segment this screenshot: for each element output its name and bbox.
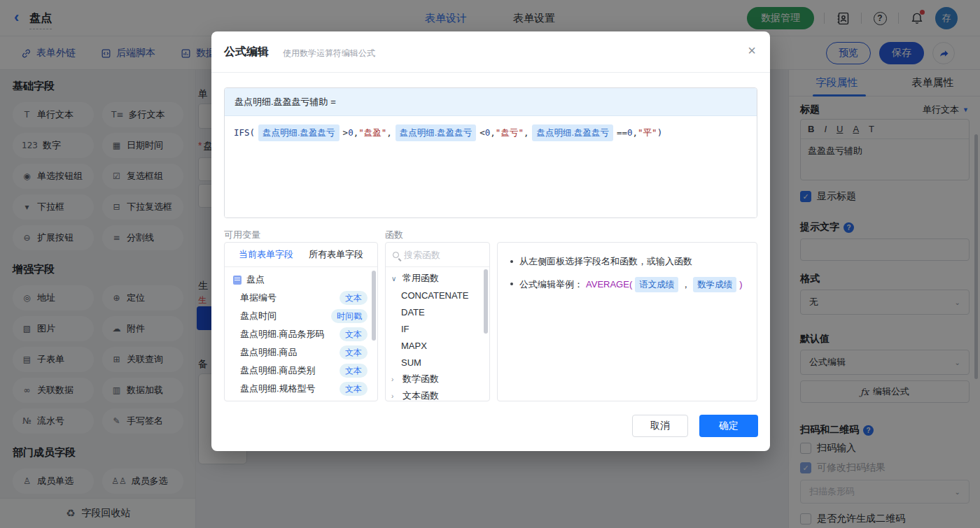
chevron-right-icon: › [391,392,399,400]
functions-label: 函数 [385,229,403,241]
formula-token-op: , [354,125,359,141]
function-group[interactable]: ∨常用函数 [386,270,489,287]
formula-token-str: "盘亏" [496,125,524,141]
variable-type-badge: 时间戳 [331,309,368,323]
formula-token-num: 0 [627,125,633,141]
formula-token-fn: IFS( [234,125,255,141]
tab-all-form-fields[interactable]: 所有表单字段 [309,248,363,261]
example-function: AVERAGE( [586,278,632,292]
formula-input-area[interactable]: IFS(盘点明细.盘盈盘亏>0,"盘盈",盘点明细.盘盈盘亏<0,"盘亏",盘点… [225,116,757,218]
modal-subtitle: 使用数学运算符编辑公式 [283,48,375,59]
function-item[interactable]: DATE [386,304,489,320]
formula-edit-modal: 公式编辑 使用数学运算符编辑公式 × 盘点明细.盘盈盘亏辅助 = IFS(盘点明… [211,31,770,451]
variable-item[interactable]: 盘点明细.商品类别文本 [225,362,377,380]
search-icon [393,252,399,258]
cancel-button[interactable]: 取消 [632,415,688,437]
formula-token-op: > [343,125,349,141]
variables-scrollbar[interactable] [372,271,376,341]
variable-item[interactable]: 盘点明细.商品条形码文本 [225,325,377,343]
formula-token-op: == [617,125,627,141]
variable-item[interactable]: 单据编号文本 [225,289,377,307]
variable-type-badge: 文本 [340,291,368,305]
functions-scrollbar[interactable] [484,269,488,334]
help-bullet-2: 公式编辑举例：AVERAGE( 语文成绩 ， 数学成绩 ) [510,277,744,292]
formula-token-op: < [479,125,485,141]
tab-current-form-fields[interactable]: 当前表单字段 [239,248,293,261]
chevron-down-icon: ∨ [391,275,399,283]
variable-type-badge: 文本 [340,382,368,396]
help-bullet-1: 从左侧面板选择字段名和函数，或输入函数 [510,255,744,269]
example-field-pill: 语文成绩 [635,277,678,292]
form-doc-icon [233,276,241,285]
formula-token-op: , [490,125,496,141]
example-function-close: ) [739,278,742,292]
modal-title: 公式编辑 [224,45,269,59]
function-group[interactable]: ›数学函数 [386,371,489,387]
formula-token-num: 0 [485,125,491,141]
variable-item[interactable]: 盘点明细.规格型号文本 [225,380,377,398]
variable-item[interactable]: 盘点时间时间戳 [225,307,377,325]
example-field-pill: 数学成绩 [693,277,736,292]
formula-variable-pill[interactable]: 盘点明细.盘盈盘亏 [532,124,612,141]
variable-type-badge: 文本 [340,327,368,341]
formula-variable-pill[interactable]: 盘点明细.盘盈盘亏 [396,124,476,141]
functions-panel: ∨常用函数CONCATENATEDATEIFMAPXSUM›数学函数›文本函数 [385,242,490,401]
formula-help-panel: 从左侧面板选择字段名和函数，或输入函数 公式编辑举例：AVERAGE( 语文成绩… [497,242,757,401]
variable-type-badge: 文本 [340,345,368,359]
function-item[interactable]: IF [386,320,489,337]
confirm-button[interactable]: 确定 [699,415,758,437]
function-item[interactable]: MAPX [386,337,489,354]
function-search-input[interactable] [404,250,474,260]
function-item[interactable]: CONCATENATE [386,287,489,304]
formula-token-num: 0 [348,125,354,141]
formula-token-op: , [386,125,392,141]
formula-token-op: , [633,125,638,141]
close-icon[interactable]: × [748,43,756,58]
variables-label: 可用变量 [224,229,260,241]
variables-panel: 当前表单字段 所有表单字段 盘点单据编号文本盘点时间时间戳盘点明细.商品条形码文… [224,242,378,401]
formula-token-op: , [524,125,529,141]
chevron-right-icon: › [391,376,399,383]
variable-type-badge: 文本 [340,364,368,378]
formula-token-str: "盘盈" [358,125,386,141]
function-group[interactable]: ›文本函数 [386,387,489,401]
function-item[interactable]: SUM [386,354,489,371]
formula-expression: IFS(盘点明细.盘盈盘亏>0,"盘盈",盘点明细.盘盈盘亏<0,"盘亏",盘点… [234,124,748,141]
bullet-icon [510,260,513,263]
variable-tree-root[interactable]: 盘点 [225,271,377,289]
variable-item[interactable]: 盘点明细.商品文本 [225,343,377,362]
formula-token-fn: ) [657,125,663,141]
formula-token-str: "平" [638,125,657,141]
formula-target: 盘点明细.盘盈盘亏辅助 = [225,88,757,116]
formula-variable-pill[interactable]: 盘点明细.盘盈盘亏 [258,124,339,141]
bullet-icon [510,283,513,285]
function-search [386,243,489,267]
formula-editor: 盘点明细.盘盈盘亏辅助 = IFS(盘点明细.盘盈盘亏>0,"盘盈",盘点明细.… [224,87,757,218]
divider [211,72,770,73]
